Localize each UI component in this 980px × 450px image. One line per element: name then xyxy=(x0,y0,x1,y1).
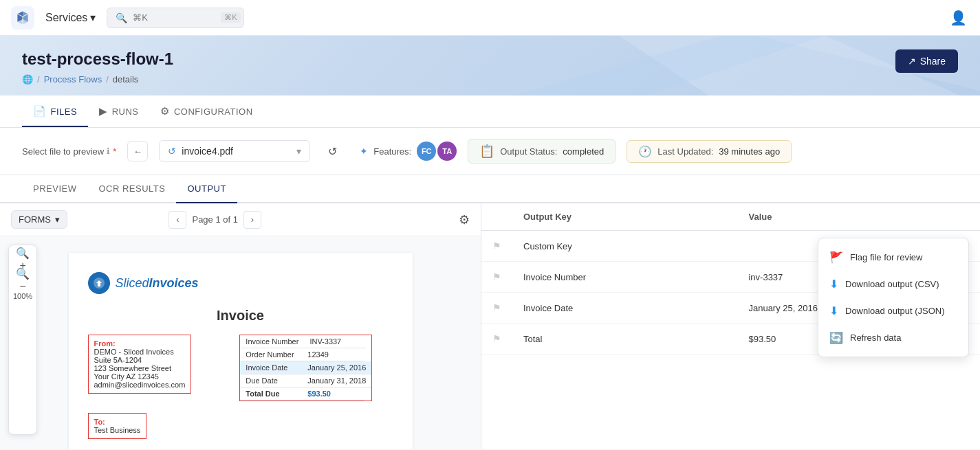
invoice-table-row-4: Due Date January 31, 2018 xyxy=(240,374,371,387)
next-page-button[interactable]: › xyxy=(243,211,261,229)
hero-header: test-process-flow-1 🌐 / Process Flows / … xyxy=(0,36,980,95)
key-due-date: Due Date xyxy=(240,374,302,387)
invoice-logo-text: SlicedInvoices xyxy=(116,276,199,291)
last-updated-label: Last Updated: xyxy=(657,146,713,157)
flag-icon-total[interactable]: ⚑ xyxy=(492,333,501,344)
zoom-percentage: 100% xyxy=(13,291,32,302)
to-line1: Test Business xyxy=(94,426,141,434)
back-button[interactable]: ← xyxy=(127,141,148,161)
flag-icon-invoice-number[interactable]: ⚑ xyxy=(492,271,501,282)
val-due-date: January 31, 2018 xyxy=(302,374,371,387)
gear-icon: ⚙ xyxy=(459,213,470,227)
val-order-number: 12349 xyxy=(302,348,364,361)
menu-item-refresh[interactable]: 🔄 Refresh data xyxy=(818,324,968,351)
zoom-in-button[interactable]: 🔍+ xyxy=(13,249,32,269)
status-icon: 📋 xyxy=(479,144,494,159)
breadcrumb-home-icon[interactable]: 🌐 xyxy=(22,74,33,85)
file-name: invoice4.pdf xyxy=(182,146,233,157)
refresh-icon: ↺ xyxy=(328,146,337,157)
invoice-to-box: To: Test Business xyxy=(88,413,147,439)
files-tab-icon: 📄 xyxy=(33,105,47,117)
back-arrow-icon: ← xyxy=(133,146,142,157)
page-indicator: Page 1 of 1 xyxy=(192,214,238,225)
col-key-header: Output Key xyxy=(512,203,737,231)
forms-chevron-icon: ▾ xyxy=(55,214,60,225)
last-updated-section: 🕐 Last Updated: 39 minutes ago xyxy=(627,140,792,163)
forms-label: FORMS xyxy=(19,214,51,225)
top-navigation: Services ▾ 🔍 ⌘K 👤 xyxy=(0,0,980,36)
flag-icon-custom-key[interactable]: ⚑ xyxy=(492,240,501,251)
user-profile-button[interactable]: 👤 xyxy=(947,7,969,29)
val-invoice-number: INV-3337 xyxy=(304,335,366,348)
download-json-icon: ⬇ xyxy=(829,304,838,317)
key-invoice-number: Invoice Number xyxy=(240,335,304,348)
search-input[interactable] xyxy=(133,12,215,23)
key-total-due: Total Due xyxy=(240,387,302,401)
runs-tab-icon: ▶ xyxy=(99,105,108,117)
key-invoice-number-output: Invoice Number xyxy=(512,262,737,293)
dropdown-arrow-icon: ▾ xyxy=(296,146,301,157)
features-icon: ✦ xyxy=(360,146,368,157)
breadcrumb-details: details xyxy=(113,74,139,85)
sub-tabs-bar: PREVIEW OCR RESULTS OUTPUT xyxy=(0,175,980,203)
val-invoice-date: January 25, 2016 xyxy=(302,361,371,374)
tab-runs[interactable]: ▶ RUNS xyxy=(88,95,149,127)
services-label: Services xyxy=(45,12,87,24)
prev-icon: ‹ xyxy=(176,214,179,225)
sub-tab-output[interactable]: OUTPUT xyxy=(176,175,237,203)
preview-panel: FORMS ▾ ‹ Page 1 of 1 › ⚙ 🔍+ xyxy=(0,203,481,449)
flag-review-icon: 🚩 xyxy=(829,251,843,264)
invoice-details-table: Invoice Number INV-3337 Order Number 123… xyxy=(239,335,372,401)
zoom-controls: 🔍+ 🔍− 100% xyxy=(8,245,37,435)
invoice-from-box: From: DEMO - Sliced Invoices Suite 5A-12… xyxy=(88,335,192,394)
files-tab-label: FILES xyxy=(51,106,78,117)
services-dropdown-button[interactable]: Services ▾ xyxy=(45,11,96,24)
invoice-body: From: DEMO - Sliced Invoices Suite 5A-12… xyxy=(88,335,393,402)
refresh-button[interactable]: ↺ xyxy=(321,140,343,162)
menu-item-flag-review[interactable]: 🚩 Flag file for review xyxy=(818,244,968,271)
prev-page-button[interactable]: ‹ xyxy=(168,211,186,229)
val-total-due: $93.50 xyxy=(302,387,364,401)
avatar-fc[interactable]: FC xyxy=(417,142,436,161)
breadcrumb-separator-1: / xyxy=(37,74,40,85)
key-invoice-date-output: Invoice Date xyxy=(512,293,737,324)
chevron-down-icon: ▾ xyxy=(90,11,96,24)
sub-tab-preview[interactable]: PREVIEW xyxy=(22,175,87,203)
breadcrumb-process-flows[interactable]: Process Flows xyxy=(44,74,102,85)
from-line3: 123 Somewhere Street xyxy=(94,364,186,372)
file-dropdown[interactable]: ↺ invoice4.pdf ▾ xyxy=(159,140,310,162)
logo-circle xyxy=(88,272,110,294)
sub-tab-ocr[interactable]: OCR RESULTS xyxy=(87,175,176,203)
share-icon: ↗ xyxy=(908,56,916,67)
share-button[interactable]: ↗ Share xyxy=(895,49,958,73)
refresh-data-label: Refresh data xyxy=(850,333,901,343)
key-custom-key: Custom Key xyxy=(512,231,737,262)
select-file-label: Select file to preview ℹ * xyxy=(22,146,116,157)
forms-select[interactable]: FORMS ▾ xyxy=(11,210,67,229)
preview-settings-button[interactable]: ⚙ xyxy=(459,212,470,227)
search-container: 🔍 ⌘K xyxy=(107,8,244,28)
invoice-table-row-5: Total Due $93.50 xyxy=(240,387,371,401)
page-title: test-process-flow-1 xyxy=(22,49,958,69)
file-selector-bar: Select file to preview ℹ * ← ↺ invoice4.… xyxy=(0,128,980,175)
key-total-output: Total xyxy=(512,324,737,355)
menu-item-download-json[interactable]: ⬇ Download output (JSON) xyxy=(818,297,968,324)
main-content-area: FORMS ▾ ‹ Page 1 of 1 › ⚙ 🔍+ xyxy=(0,203,980,449)
flag-icon-invoice-date[interactable]: ⚑ xyxy=(492,302,501,313)
configuration-tab-label: CONFIGURATION xyxy=(174,106,253,117)
invoice-title: Invoice xyxy=(88,308,393,324)
col-value-header: Value xyxy=(737,203,980,231)
features-section: ✦ Features: FC TA xyxy=(360,142,457,161)
breadcrumb-separator-2: / xyxy=(106,74,109,85)
keyboard-shortcut: ⌘K xyxy=(221,12,240,23)
tab-files[interactable]: 📄 FILES xyxy=(22,95,88,127)
menu-item-download-csv[interactable]: ⬇ Download output (CSV) xyxy=(818,271,968,297)
invoice-table-row-1: Invoice Number INV-3337 xyxy=(240,335,371,348)
to-label: To: xyxy=(94,418,141,426)
app-logo[interactable] xyxy=(11,6,34,30)
zoom-out-button[interactable]: 🔍− xyxy=(13,270,32,289)
context-menu: 🚩 Flag file for review ⬇ Download output… xyxy=(818,238,969,357)
tab-configuration[interactable]: ⚙ CONFIGURATION xyxy=(149,95,263,127)
avatar-ta[interactable]: TA xyxy=(437,142,457,161)
output-panel: Output Key Value ⚑ Custom Key ⚑ Invoice … xyxy=(481,203,980,449)
